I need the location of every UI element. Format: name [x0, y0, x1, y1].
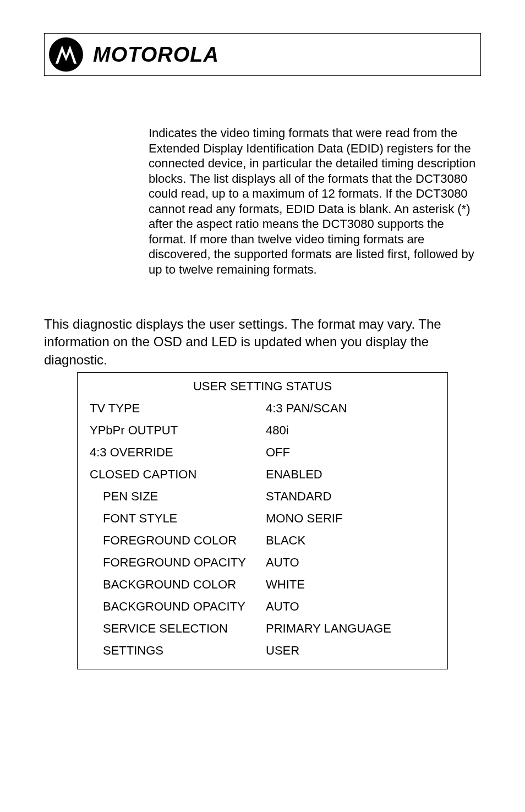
table-row: FOREGROUND COLORBLACK: [90, 533, 435, 548]
table-row: BACKGROUND COLORWHITE: [90, 577, 435, 592]
row-label: BACKGROUND COLOR: [90, 577, 266, 592]
table-row: SERVICE SELECTIONPRIMARY LANGUAGE: [90, 622, 435, 636]
row-label: YPbPr OUTPUT: [90, 423, 266, 438]
batwing-icon: [53, 41, 79, 68]
row-label: TV TYPE: [90, 401, 266, 416]
motorola-logo-icon: [49, 37, 83, 72]
row-value: 4:3 PAN/SCAN: [266, 401, 435, 416]
table-row: FOREGROUND OPACITYAUTO: [90, 555, 435, 570]
row-label: 4:3 OVERRIDE: [90, 445, 266, 460]
row-value: AUTO: [266, 600, 435, 614]
row-label: CLOSED CAPTION: [90, 467, 266, 482]
table-row: SETTINGSUSER: [90, 644, 435, 658]
intro-text: This diagnostic displays the user settin…: [44, 315, 481, 369]
row-value: AUTO: [266, 555, 435, 570]
row-label: BACKGROUND OPACITY: [90, 600, 266, 614]
row-label: FOREGROUND OPACITY: [90, 555, 266, 570]
table-row: BACKGROUND OPACITYAUTO: [90, 600, 435, 614]
table-title: USER SETTING STATUS: [90, 379, 435, 394]
table-row: PEN SIZESTANDARD: [90, 489, 435, 504]
row-label: PEN SIZE: [90, 489, 266, 504]
table-row: CLOSED CAPTIONENABLED: [90, 467, 435, 482]
table-rows: TV TYPE4:3 PAN/SCANYPbPr OUTPUT480i4:3 O…: [90, 401, 435, 658]
row-value: OFF: [266, 445, 435, 460]
row-value: STANDARD: [266, 489, 435, 504]
row-value: PRIMARY LANGUAGE: [266, 622, 435, 636]
row-value: BLACK: [266, 533, 435, 548]
row-value: ENABLED: [266, 467, 435, 482]
row-label: FOREGROUND COLOR: [90, 533, 266, 548]
edid-paragraph: Indicates the video timing formats that …: [149, 126, 481, 277]
row-value: MONO SERIF: [266, 511, 435, 526]
row-value: WHITE: [266, 577, 435, 592]
header-bar: MOTOROLA: [44, 33, 481, 76]
table-row: TV TYPE4:3 PAN/SCAN: [90, 401, 435, 416]
row-value: 480i: [266, 423, 435, 438]
row-label: SETTINGS: [90, 644, 266, 658]
row-label: SERVICE SELECTION: [90, 622, 266, 636]
row-value: USER: [266, 644, 435, 658]
row-label: FONT STYLE: [90, 511, 266, 526]
table-row: 4:3 OVERRIDEOFF: [90, 445, 435, 460]
page: MOTOROLA Indicates the video timing form…: [0, 0, 525, 812]
table-row: YPbPr OUTPUT480i: [90, 423, 435, 438]
user-setting-status-box: USER SETTING STATUS TV TYPE4:3 PAN/SCANY…: [77, 372, 448, 669]
table-row: FONT STYLEMONO SERIF: [90, 511, 435, 526]
brand-text: MOTOROLA: [93, 43, 219, 67]
